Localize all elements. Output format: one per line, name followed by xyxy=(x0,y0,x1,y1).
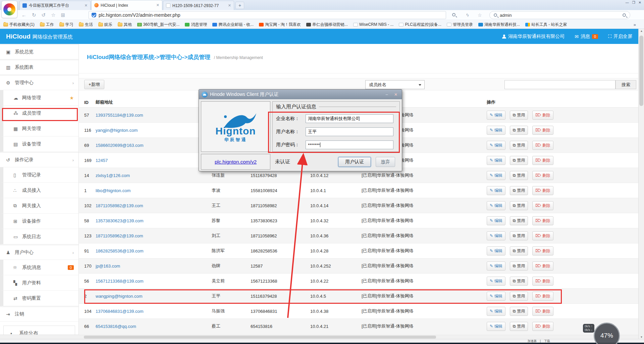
table-row[interactable]: 104 13706846831@139.com 马振强 13706846831 … xyxy=(79,304,638,319)
disable-button[interactable]: ⧉禁用 xyxy=(510,322,528,331)
edit-button[interactable]: ✎编辑 xyxy=(487,126,505,135)
bookmark[interactable]: 学习 xyxy=(59,22,73,27)
sidebar-item[interactable]: ☁ 网络管理 › ★ xyxy=(0,90,78,106)
disable-button[interactable]: ⧉禁用 xyxy=(510,141,528,150)
disable-button[interactable]: ⧉禁用 xyxy=(510,292,528,301)
member-email-link[interactable]: yangjin@hignton.com xyxy=(96,128,212,133)
browser-tab[interactable]: H120-1509-1617-2932-77 ✕ xyxy=(163,1,234,10)
disable-button[interactable]: ⧉禁用 xyxy=(510,126,528,135)
member-email-link[interactable]: 15671213368@139.com xyxy=(96,279,212,284)
bookmark[interactable]: 淘宝网 - 淘！我喜欢 xyxy=(259,22,301,27)
new-tab-button[interactable]: + xyxy=(235,2,244,9)
member-email-link[interactable]: jp@163.com xyxy=(96,264,212,269)
header-messages[interactable]: ✉ 消息 0 xyxy=(575,34,598,40)
edit-button[interactable]: ✎编辑 xyxy=(487,292,505,301)
disable-button[interactable]: ⧉禁用 xyxy=(510,171,528,180)
disable-button[interactable]: ⧉禁用 xyxy=(510,186,528,195)
site-safety-shield-icon[interactable] xyxy=(92,13,96,17)
member-email-link[interactable]: 13706846831@139.com xyxy=(96,309,212,314)
browser-logo[interactable] xyxy=(1,1,17,18)
sidebar-item[interactable]: ♟ 用户中心 › ★ xyxy=(0,244,78,260)
delete-button[interactable]: ⌦删除 xyxy=(532,186,553,195)
bookmark[interactable]: 站长工具 - 站长之家 xyxy=(525,22,567,27)
sidebar-item[interactable]: ↺ 操作记录 › ★ xyxy=(0,152,78,167)
delete-button[interactable]: ⌦删除 xyxy=(532,126,553,135)
edit-button[interactable]: ✎编辑 xyxy=(487,171,505,180)
reload-icon[interactable]: ↻ xyxy=(32,12,36,18)
fullscreen-toggle[interactable]: ⛶ 开启全屏 xyxy=(608,34,632,40)
delete-button[interactable]: ⌦删除 xyxy=(532,231,553,240)
url-text[interactable]: plc.hignton.com/V2/admin-member.php xyxy=(99,12,180,18)
member-email-link[interactable]: 18711058962@139.com xyxy=(96,233,212,238)
field-input[interactable]: ******* xyxy=(306,140,393,149)
search-go-icon[interactable] xyxy=(623,13,626,17)
bookmark[interactable]: 360导航_新一代安... xyxy=(137,22,180,27)
search-button[interactable]: 搜索 xyxy=(615,80,636,89)
delete-button[interactable]: ⌦删除 xyxy=(532,201,553,210)
edit-button[interactable]: ✎编辑 xyxy=(487,201,505,210)
bookmark[interactable]: 湖南华辰智通科技... xyxy=(478,22,520,27)
bookmark[interactable]: 消息管理 xyxy=(185,22,207,27)
sidebar-item[interactable]: ▦ 网关管理 › ★ xyxy=(0,121,78,136)
member-email-link[interactable]: 18711058982@139.com xyxy=(96,203,212,208)
delete-button[interactable]: ⌦删除 xyxy=(532,246,553,255)
find-in-page-icon[interactable] xyxy=(452,13,455,16)
delete-button[interactable]: ⌦删除 xyxy=(532,156,553,165)
table-row[interactable]: 91 18628258536@139.com 陈洪军 18628258536 1… xyxy=(79,243,638,259)
sidebar-item[interactable]: ⚙ 管理中心 › ★ xyxy=(0,75,78,90)
back-icon[interactable]: ← xyxy=(21,12,26,18)
field-input[interactable]: 王平 xyxy=(306,127,393,136)
edit-button[interactable]: ✎编辑 xyxy=(487,322,505,331)
edit-button[interactable]: ✎编辑 xyxy=(487,262,505,271)
accelerator-item[interactable]: 加速器 xyxy=(528,339,537,343)
browser-tab[interactable]: 今目标互联网工作平台 ✕ xyxy=(19,1,91,10)
download-item[interactable]: 下载 xyxy=(544,339,550,343)
abandon-button[interactable]: 放弃 xyxy=(376,157,395,167)
member-email-link[interactable]: 13937551184@139.com xyxy=(96,113,212,118)
dialog-minimize-icon[interactable]: – xyxy=(383,92,390,97)
search-input[interactable] xyxy=(504,80,615,89)
sidebar-item[interactable]: ∴ 成员接入 › ★ xyxy=(0,183,78,198)
sidebar-item[interactable]: ▤ 设备管理 › ★ xyxy=(0,136,78,152)
sidebar-item[interactable]: ▣ 系统总览 › ★ xyxy=(0,44,78,59)
member-email-link[interactable]: 654153816@qq.com xyxy=(96,324,212,329)
member-email-link[interactable]: libo@hignton.com xyxy=(96,188,212,193)
disable-button[interactable]: ⧉禁用 xyxy=(510,262,528,271)
disable-button[interactable]: ⧉禁用 xyxy=(510,246,528,255)
scroll-down-icon[interactable]: ▼ xyxy=(639,336,644,339)
bookmarks-overflow-icon[interactable]: » xyxy=(634,22,636,27)
disable-button[interactable]: ⧉禁用 xyxy=(510,111,528,120)
scroll-up-icon[interactable]: ▲ xyxy=(639,30,644,33)
delete-button[interactable]: ⌦删除 xyxy=(532,307,553,316)
scrollbar-thumb[interactable] xyxy=(639,36,643,106)
disable-button[interactable]: ⧉禁用 xyxy=(510,231,528,240)
tab-close-icon[interactable]: ✕ xyxy=(228,3,231,8)
sidebar-item[interactable]: ⊞ 设备操作 › ★ xyxy=(0,214,78,229)
member-email-link[interactable]: 18628258536@139.com xyxy=(96,248,212,253)
edit-button[interactable]: ✎编辑 xyxy=(487,141,505,150)
table-row[interactable]: 1 libo@hignton.com 李波 15581008924 10.0.4… xyxy=(79,183,638,198)
edit-button[interactable]: ✎编辑 xyxy=(487,111,505,120)
tab-close-icon[interactable]: ✕ xyxy=(85,3,88,8)
tab-close-icon[interactable]: ✕ xyxy=(156,3,159,7)
delete-button[interactable]: ⌦删除 xyxy=(532,322,553,331)
disable-button[interactable]: ⧉禁用 xyxy=(510,277,528,286)
window-close-icon[interactable]: ✕ xyxy=(639,1,641,4)
edit-button[interactable]: ✎编辑 xyxy=(487,246,505,255)
table-row[interactable]: 123 18711058962@139.com 刘工 18711058962 1… xyxy=(79,228,638,243)
header-company[interactable]: 湖南华辰智通科技有限公司 xyxy=(502,34,565,40)
disable-button[interactable]: ⧉禁用 xyxy=(510,216,528,225)
delete-button[interactable]: ⌦删除 xyxy=(532,262,553,271)
collect-star-icon[interactable]: ☆ xyxy=(478,12,482,18)
edit-button[interactable]: ✎编辑 xyxy=(487,277,505,286)
browser-search-box[interactable]: admin xyxy=(489,11,630,19)
add-member-button[interactable]: +新增 xyxy=(84,80,104,89)
edit-button[interactable]: ✎编辑 xyxy=(487,216,505,225)
address-bar[interactable]: plc.hignton.com/V2/admin-member.php xyxy=(89,11,446,19)
table-row[interactable]: 66 654153816@qq.com 蔡工 654153816 10.0.4.… xyxy=(79,319,638,334)
delete-button[interactable]: ⌦删除 xyxy=(532,216,553,225)
bookmark[interactable]: 管理员登录 xyxy=(447,22,473,27)
delete-button[interactable]: ⌦删除 xyxy=(532,292,553,301)
apps-icon[interactable]: ⊞ xyxy=(61,12,65,18)
bookmark[interactable]: 生活 xyxy=(79,22,93,27)
